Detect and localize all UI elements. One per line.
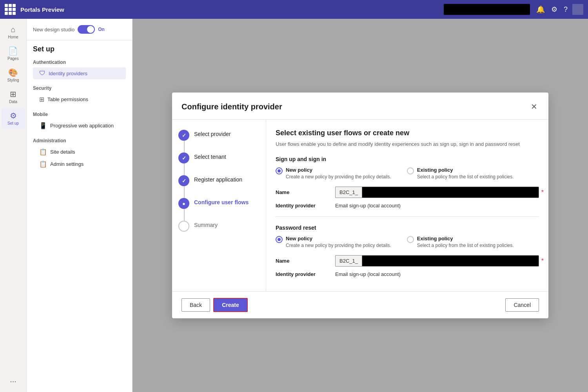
bell-icon[interactable]: 🔔: [535, 4, 546, 15]
reset-name-input-group: B2C_1_ *: [335, 255, 539, 267]
site-details-icon: 📋: [39, 148, 47, 156]
pwa-label: Progressive web application: [50, 123, 114, 129]
cancel-button[interactable]: Cancel: [505, 298, 539, 312]
reset-existing-policy-option[interactable]: Existing policy Select a policy from the…: [407, 236, 514, 249]
step-circle-configure-user-flows: ●: [178, 198, 189, 209]
reset-name-label: Name: [276, 258, 330, 264]
data-icon: ⊞: [10, 89, 16, 99]
toggle-thumb: [87, 26, 94, 33]
sidebar-item-identity-providers[interactable]: 🛡 Identity providers: [33, 67, 126, 79]
reset-idp-value: Email sign-up (local account): [335, 271, 401, 277]
signup-existing-policy-label: Existing policy: [417, 167, 514, 173]
more-icon[interactable]: ···: [7, 374, 20, 389]
create-button[interactable]: Create: [213, 298, 248, 312]
signup-new-policy-desc: Create a new policy by providing the pol…: [286, 174, 391, 180]
step-label-configure-user-flows: Configure user flows: [194, 197, 249, 207]
sidebar-item-site-details[interactable]: 📋 Site details: [33, 146, 126, 158]
signup-new-policy-option[interactable]: New policy Create a new policy by provid…: [276, 167, 391, 180]
layout: ⌂ Home 📄 Pages 🎨 Styling ⊞ Data ⚙ Set up…: [0, 19, 588, 392]
step-summary: Summary: [178, 220, 260, 232]
reset-existing-policy-radio[interactable]: [407, 236, 414, 243]
setup-icon: ⚙: [10, 111, 17, 120]
waffle-menu[interactable]: [5, 4, 16, 15]
password-reset-section-title: Password reset: [276, 225, 539, 231]
rail-item-styling[interactable]: 🎨 Styling: [2, 65, 25, 85]
step-label-select-tenant: Select tenant: [194, 152, 226, 161]
help-icon[interactable]: ?: [562, 4, 569, 15]
admin-section: Administration 📋 Site details 📋 Admin se…: [27, 133, 132, 172]
step-circle-summary: [178, 221, 189, 232]
site-details-label: Site details: [50, 149, 75, 155]
step-circle-select-provider: ✓: [178, 130, 189, 141]
admin-settings-icon: 📋: [39, 160, 47, 168]
signup-existing-policy-option[interactable]: Existing policy Select a policy from the…: [407, 167, 514, 180]
wizard-steps: ✓ Select provider ✓ Select tenant: [172, 120, 266, 291]
phone-icon: 📱: [39, 122, 47, 129]
mobile-section: Mobile 📱 Progressive web application: [27, 107, 132, 133]
panel-title: Select existing user flows or create new: [276, 129, 539, 137]
panel-subtitle: User flows enable you to define and modi…: [276, 140, 539, 148]
rail-label-styling: Styling: [7, 78, 19, 82]
reset-existing-policy-desc: Select a policy from the list of existin…: [417, 242, 514, 249]
modal: Configure identity provider ✕ ✓ Select p…: [172, 93, 548, 318]
settings-icon[interactable]: ⚙: [550, 4, 559, 15]
styling-icon: 🎨: [8, 68, 18, 77]
sidebar: New design studio On Set up Authenticati…: [27, 19, 132, 392]
sign-up-section-title: Sign up and sign in: [276, 156, 539, 162]
step-label-summary: Summary: [194, 220, 218, 229]
modal-title: Configure identity provider: [181, 102, 282, 111]
mobile-heading: Mobile: [33, 112, 126, 117]
reset-radio-group: New policy Create a new policy by provid…: [276, 236, 539, 249]
reset-name-prefix: B2C_1_: [335, 255, 362, 267]
step-register-application: ✓ Register application: [178, 174, 260, 186]
security-heading: Security: [33, 85, 126, 91]
rail-label-setup: Set up: [7, 121, 19, 125]
sidebar-item-table-permissions[interactable]: ⊞ Table permissions: [33, 93, 126, 105]
modal-body: ✓ Select provider ✓ Select tenant: [172, 120, 548, 291]
authentication-heading: Authentication: [33, 60, 126, 65]
modal-footer: Back Create Cancel: [172, 291, 548, 318]
step-select-tenant: ✓ Select tenant: [178, 152, 260, 163]
signup-name-input[interactable]: [362, 187, 539, 198]
rail-item-setup[interactable]: ⚙ Set up: [2, 108, 25, 129]
reset-new-policy-desc: Create a new policy by providing the pol…: [286, 242, 391, 249]
back-button[interactable]: Back: [181, 298, 210, 312]
app-title: Portals Preview: [20, 6, 439, 13]
step-label-select-provider: Select provider: [194, 129, 230, 138]
signup-existing-policy-radio[interactable]: [407, 167, 414, 174]
reset-idp-label: Identity provider: [276, 271, 330, 277]
rail-item-home[interactable]: ⌂ Home: [2, 22, 25, 42]
reset-new-policy-option[interactable]: New policy Create a new policy by provid…: [276, 236, 391, 249]
sidebar-item-admin-settings[interactable]: 📋 Admin settings: [33, 158, 126, 170]
step-configure-user-flows: ● Configure user flows: [178, 197, 260, 209]
step-circle-register-application: ✓: [178, 175, 189, 186]
signup-name-prefix: B2C_1_: [335, 187, 362, 198]
avatar[interactable]: [572, 4, 583, 15]
reset-new-policy-radio[interactable]: [276, 236, 283, 243]
modal-overlay: Configure identity provider ✕ ✓ Select p…: [132, 19, 588, 392]
signup-idp-label: Identity provider: [276, 203, 330, 209]
signup-new-policy-radio[interactable]: [276, 167, 283, 174]
modal-close-button[interactable]: ✕: [529, 100, 539, 113]
signup-radio-group: New policy Create a new policy by provid…: [276, 167, 539, 180]
reset-name-input[interactable]: [362, 255, 539, 267]
rail-item-data[interactable]: ⊞ Data: [2, 86, 25, 107]
pages-icon: 📄: [8, 46, 18, 56]
new-design-label: New design studio: [33, 27, 74, 33]
reset-new-policy-label: New policy: [286, 236, 391, 241]
home-icon: ⌂: [11, 25, 15, 34]
sidebar-item-pwa[interactable]: 📱 Progressive web application: [33, 120, 126, 132]
rail-label-pages: Pages: [7, 56, 18, 61]
toggle-on-label: On: [98, 27, 105, 32]
signup-idp-row: Identity provider Email sign-up (local a…: [276, 203, 539, 209]
signup-existing-policy-desc: Select a policy from the list of existin…: [417, 174, 514, 180]
modal-panel: Select existing user flows or create new…: [266, 120, 548, 291]
step-circle-select-tenant: ✓: [178, 152, 189, 163]
reset-name-row: Name B2C_1_ *: [276, 255, 539, 267]
rail-item-pages[interactable]: 📄 Pages: [2, 43, 25, 64]
admin-settings-label: Admin settings: [50, 161, 83, 167]
rail-label-home: Home: [8, 35, 18, 39]
table-permissions-label: Table permissions: [47, 96, 88, 102]
new-design-toggle[interactable]: [78, 25, 95, 34]
reset-idp-row: Identity provider Email sign-up (local a…: [276, 271, 539, 277]
